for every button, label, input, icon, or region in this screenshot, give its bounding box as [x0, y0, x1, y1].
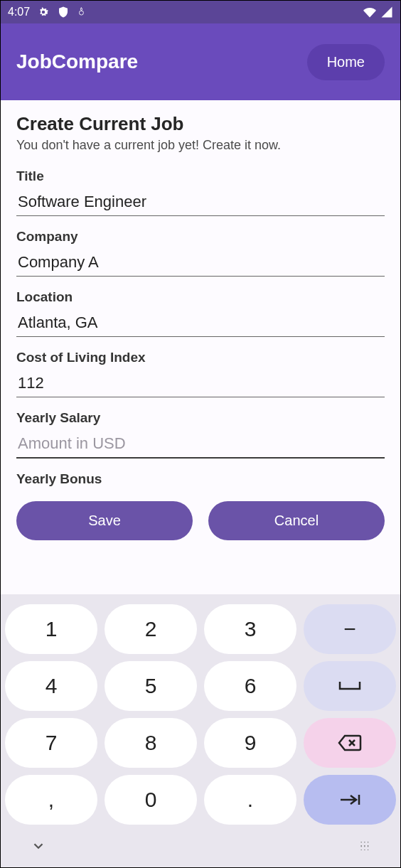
label-title: Title: [16, 168, 385, 184]
bookmark-icon: [77, 6, 87, 18]
key-next[interactable]: [304, 775, 396, 825]
location-field[interactable]: [16, 309, 385, 337]
next-icon: [338, 793, 362, 807]
title-field[interactable]: [16, 188, 385, 216]
company-field[interactable]: [16, 249, 385, 277]
cancel-button[interactable]: Cancel: [208, 501, 385, 540]
label-location: Location: [16, 289, 385, 305]
cell-signal-icon: [380, 6, 393, 18]
page-title: Create Current Job: [16, 113, 385, 135]
save-button[interactable]: Save: [16, 501, 193, 540]
numeric-keyboard: 1 2 3 − 4 5 6 7 8 9 , 0: [1, 594, 400, 867]
key-backspace[interactable]: [304, 718, 396, 768]
chevron-down-icon[interactable]: [31, 838, 46, 854]
key-5[interactable]: 5: [105, 661, 197, 711]
key-space[interactable]: [304, 661, 396, 711]
key-4[interactable]: 4: [5, 661, 97, 711]
label-col-index: Cost of Living Index: [16, 350, 385, 365]
key-3[interactable]: 3: [204, 604, 296, 654]
key-8[interactable]: 8: [105, 718, 197, 768]
key-comma[interactable]: ,: [5, 775, 97, 825]
gear-icon: [37, 6, 50, 18]
salary-field[interactable]: [16, 430, 385, 459]
page-subtitle: You don't have a current job yet! Create…: [16, 138, 385, 153]
status-time: 4:07: [8, 6, 30, 18]
col-index-field[interactable]: [16, 370, 385, 397]
label-company: Company: [16, 229, 385, 245]
content: Create Current Job You don't have a curr…: [1, 100, 400, 594]
key-2[interactable]: 2: [105, 604, 197, 654]
home-button[interactable]: Home: [307, 44, 385, 80]
space-icon: [338, 680, 362, 692]
backspace-icon: [338, 734, 362, 752]
key-minus[interactable]: −: [304, 604, 396, 654]
key-9[interactable]: 9: [204, 718, 296, 768]
keyboard-handle-icon[interactable]: ::::::: [360, 842, 370, 850]
app-bar: JobCompare Home: [1, 23, 400, 100]
key-1[interactable]: 1: [5, 604, 97, 654]
status-bar: 4:07: [1, 1, 400, 23]
label-bonus: Yearly Bonus: [16, 471, 385, 487]
key-6[interactable]: 6: [204, 661, 296, 711]
key-0[interactable]: 0: [105, 775, 197, 825]
key-dot[interactable]: .: [204, 775, 296, 825]
key-7[interactable]: 7: [5, 718, 97, 768]
app-title: JobCompare: [16, 50, 138, 73]
label-salary: Yearly Salary: [16, 410, 385, 426]
wifi-icon: [363, 6, 376, 18]
shield-icon: [57, 6, 70, 18]
